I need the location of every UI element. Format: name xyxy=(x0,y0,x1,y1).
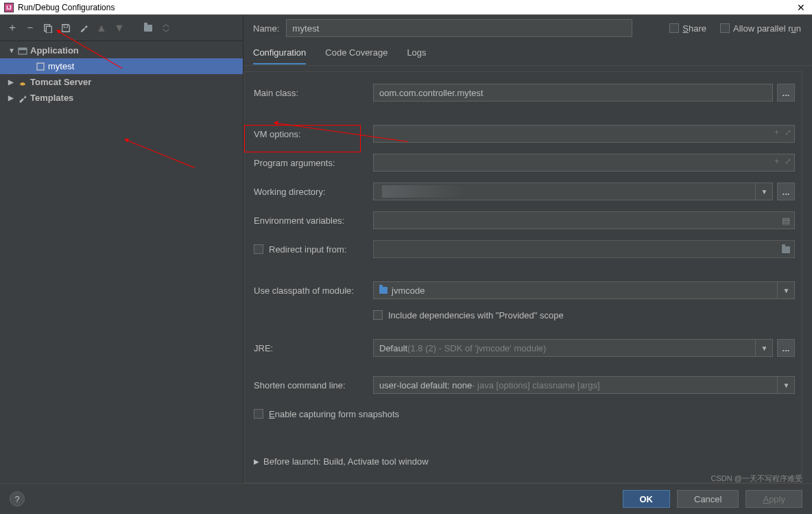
app-icon xyxy=(16,46,29,56)
row-include-provided: Include dependencies with "Provided" sco… xyxy=(254,305,795,325)
chevron-right-icon: ▶ xyxy=(8,94,16,102)
remove-icon[interactable]: － xyxy=(25,23,36,34)
add-icon[interactable]: ＋ xyxy=(7,23,18,34)
list-icon[interactable]: ▤ xyxy=(782,215,790,226)
browse-button[interactable]: ... xyxy=(777,339,795,357)
env-vars-input[interactable]: ▤ xyxy=(373,211,795,229)
expand-icon[interactable]: ⤢ xyxy=(785,156,791,166)
classpath-select[interactable]: jvmcode ▼ xyxy=(373,281,795,299)
row-enable-capturing: Enable capturing form snapshots xyxy=(254,404,795,423)
ok-button[interactable]: OK xyxy=(623,490,671,508)
svg-rect-5 xyxy=(37,63,44,70)
vm-options-label: VM options: xyxy=(254,129,373,139)
tomcat-icon xyxy=(16,78,29,87)
name-input[interactable] xyxy=(286,19,632,37)
apply-button[interactable]: Apply xyxy=(745,490,802,508)
help-button[interactable]: ? xyxy=(10,491,25,506)
folder-icon[interactable] xyxy=(143,23,154,34)
file-icon xyxy=(34,62,47,71)
chevron-down-icon[interactable]: ▼ xyxy=(777,281,795,299)
tree-label: Templates xyxy=(30,93,73,103)
close-icon[interactable]: ✕ xyxy=(794,2,808,13)
row-vm-options: VM options: +⤢ xyxy=(254,124,795,143)
program-args-label: Program arguments: xyxy=(254,158,373,168)
classpath-label: Use classpath of module: xyxy=(254,285,373,296)
svg-point-7 xyxy=(23,81,25,82)
tree-node-application[interactable]: ▼ Application xyxy=(0,43,243,58)
svg-rect-1 xyxy=(46,26,51,33)
titlebar: IJ Run/Debug Configurations ✕ xyxy=(0,0,812,15)
tab-coverage[interactable]: Code Coverage xyxy=(325,42,387,65)
tree-node-templates[interactable]: ▶ Templates xyxy=(0,90,243,106)
enable-capturing-label: Enable capturing form snapshots xyxy=(269,409,399,419)
shorten-label: Shorten command line: xyxy=(254,380,373,390)
parallel-label: Allow parallel run xyxy=(733,23,801,34)
svg-rect-4 xyxy=(19,48,27,50)
save-icon[interactable] xyxy=(60,23,71,34)
config-toolbar: ＋ － ▲ ▼ xyxy=(0,15,243,41)
row-working-dir: Working directory: ▼ ... xyxy=(254,182,795,201)
right-panel: Name: Share Allow parallel run Configura… xyxy=(243,15,812,483)
wrench-icon[interactable] xyxy=(78,23,89,34)
tab-configuration[interactable]: Configuration xyxy=(253,42,306,65)
down-icon[interactable]: ▼ xyxy=(114,23,125,34)
parallel-checkbox[interactable]: Allow parallel run xyxy=(720,23,801,34)
folder-icon[interactable] xyxy=(782,245,790,255)
checkbox-icon xyxy=(373,310,383,320)
tree-label: mytest xyxy=(48,61,74,71)
row-main-class: Main class: oom.com.controller.mytest ..… xyxy=(254,83,795,102)
config-tree: ▼ Application mytest ▶ Tomcat Server ▶ T… xyxy=(0,41,243,107)
tree-node-mytest[interactable]: mytest xyxy=(0,58,243,74)
wrench-icon xyxy=(16,93,29,103)
window-title: Run/Debug Configurations xyxy=(18,3,794,12)
chevron-down-icon[interactable]: ▼ xyxy=(777,376,795,394)
watermark: CSDN @一天不写程序难受 xyxy=(711,474,802,484)
copy-icon[interactable] xyxy=(43,23,53,34)
chevron-right-icon: ▶ xyxy=(254,458,259,465)
name-label: Name: xyxy=(253,23,279,34)
tree-label: Application xyxy=(30,45,79,56)
svg-point-6 xyxy=(21,81,22,82)
cancel-button[interactable]: Cancel xyxy=(677,490,739,508)
jre-label: JRE: xyxy=(254,343,373,353)
share-checkbox[interactable]: Share xyxy=(669,23,706,34)
redirect-checkbox[interactable]: Redirect input from: xyxy=(254,244,373,255)
redacted-path xyxy=(382,185,464,198)
row-jre: JRE: Default (1.8 (2) - SDK of 'jvmcode'… xyxy=(254,338,795,358)
chevron-right-icon: ▶ xyxy=(8,78,16,86)
vm-options-input[interactable]: +⤢ xyxy=(373,125,795,143)
name-row: Name: Share Allow parallel run xyxy=(243,15,812,41)
chevron-down-icon[interactable]: ▼ xyxy=(755,339,773,357)
collapse-icon[interactable] xyxy=(160,23,171,34)
main-class-input[interactable]: oom.com.controller.mytest xyxy=(373,84,773,102)
main-area: ＋ － ▲ ▼ ▼ Application mytest ▶ xyxy=(0,15,812,483)
checkbox-icon xyxy=(254,244,263,254)
tree-node-tomcat[interactable]: ▶ Tomcat Server xyxy=(0,74,243,90)
checkbox-icon xyxy=(254,409,263,419)
up-icon[interactable]: ▲ xyxy=(96,23,107,34)
row-program-args: Program arguments: +⤢ xyxy=(254,153,795,172)
tabs: Configuration Code Coverage Logs xyxy=(243,41,812,66)
before-launch-section[interactable]: ▶ Before launch: Build, Activate tool wi… xyxy=(254,456,795,467)
program-args-input[interactable]: +⤢ xyxy=(373,154,795,172)
row-env-vars: Environment variables: ▤ xyxy=(254,211,795,230)
main-class-label: Main class: xyxy=(254,88,373,98)
jre-select[interactable]: Default (1.8 (2) - SDK of 'jvmcode' modu… xyxy=(373,339,773,357)
shorten-select[interactable]: user-local default: none - java [options… xyxy=(373,376,795,394)
browse-button[interactable]: ... xyxy=(777,84,795,102)
row-classpath: Use classpath of module: jvmcode ▼ xyxy=(254,281,795,300)
plus-icon[interactable]: + xyxy=(774,156,779,166)
browse-button[interactable]: ... xyxy=(777,183,795,200)
row-shorten: Shorten command line: user-local default… xyxy=(254,375,795,395)
expand-icon[interactable]: ⤢ xyxy=(785,128,791,137)
enable-capturing-checkbox[interactable]: Enable capturing form snapshots xyxy=(254,409,399,419)
module-icon xyxy=(379,287,387,294)
checkbox-icon xyxy=(720,23,730,33)
tab-logs[interactable]: Logs xyxy=(407,42,426,65)
plus-icon[interactable]: + xyxy=(774,128,779,137)
chevron-down-icon[interactable]: ▼ xyxy=(755,183,773,200)
include-provided-checkbox[interactable]: Include dependencies with "Provided" sco… xyxy=(373,310,564,320)
working-dir-input[interactable]: ▼ xyxy=(373,183,773,200)
redirect-input[interactable] xyxy=(373,240,795,258)
tree-label: Tomcat Server xyxy=(30,77,91,87)
